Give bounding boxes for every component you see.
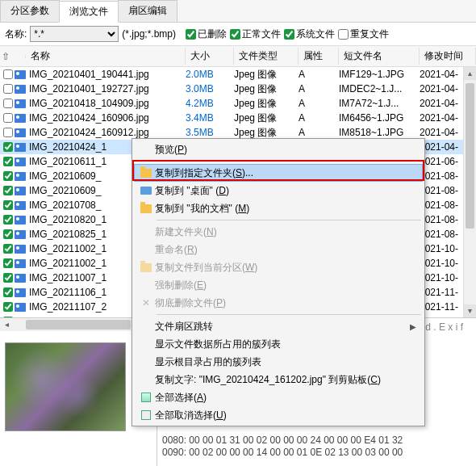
file-name: IMG_20210401_190441.jpg	[27, 69, 186, 80]
menu-copy-to-folder[interactable]: 复制到指定文件夹(S)...	[134, 164, 423, 182]
row-checkbox[interactable]	[3, 229, 13, 239]
col-size[interactable]: 大小	[186, 48, 234, 65]
file-attr: A	[299, 127, 339, 138]
row-checkbox[interactable]	[3, 258, 13, 268]
menu-rename: 重命名(R)	[134, 241, 423, 258]
row-checkbox[interactable]	[3, 99, 13, 108]
row-checkbox[interactable]	[3, 157, 13, 166]
filter-bar: 名称: *.* (*.jpg;*.bmp) 已删除 正常文件 系统文件 重复文件	[0, 23, 476, 46]
row-checkbox[interactable]	[3, 171, 13, 181]
row-checkbox[interactable]	[3, 302, 13, 312]
file-short-name: IM8518~1.JPG	[339, 127, 420, 138]
file-type: Jpeg 图像	[234, 82, 299, 96]
image-thumbnail[interactable]	[5, 342, 126, 431]
file-type: Jpeg 图像	[234, 68, 299, 82]
file-name: IMG_20210418_104909.jpg	[27, 98, 186, 109]
menu-preview[interactable]: 预览(P)	[134, 141, 423, 158]
tab-bar: 分区参数 浏览文件 扇区编辑	[0, 0, 476, 23]
ext-hint: (*.jpg;*.bmp)	[122, 28, 176, 40]
chk-repeated[interactable]: 重复文件	[338, 27, 389, 41]
chk-normal[interactable]: 正常文件	[230, 27, 281, 41]
file-icon	[15, 99, 26, 108]
table-row[interactable]: IMG_20210418_104909.jpg 4.2MB Jpeg 图像 A …	[0, 96, 476, 111]
menu-copy-text[interactable]: 复制文字: "IMG_20210424_161202.jpg" 到剪贴板(C)	[134, 371, 423, 388]
submenu-arrow-icon: ▶	[410, 322, 416, 331]
vertical-scrollbar[interactable]: ▴ ▾	[463, 67, 476, 317]
file-icon	[15, 230, 26, 239]
file-type: Jpeg 图像	[234, 97, 299, 111]
file-attr: A	[299, 112, 339, 124]
tab-sector-edit[interactable]: 扇区编辑	[118, 0, 177, 22]
row-checkbox[interactable]	[3, 142, 13, 152]
scroll-thumb[interactable]	[466, 83, 474, 229]
file-size: 2.0MB	[186, 69, 234, 80]
file-icon	[15, 157, 26, 166]
menu-root-cluster-list[interactable]: 显示根目录占用的簇列表	[134, 353, 423, 371]
menu-deselect-all[interactable]: 全部取消选择(U)	[134, 406, 423, 424]
documents-icon	[140, 204, 152, 213]
scroll-up-button[interactable]: ▴	[464, 67, 476, 80]
row-checkbox[interactable]	[3, 288, 13, 297]
file-icon	[15, 317, 26, 318]
row-checkbox[interactable]	[3, 84, 13, 94]
table-row[interactable]: IMG_20210424_160906.jpg 3.4MB Jpeg 图像 A …	[0, 111, 476, 125]
col-type[interactable]: 文件类型	[234, 48, 299, 65]
nav-up-icon[interactable]: ⇧	[0, 51, 11, 62]
chk-system[interactable]: 系统文件	[284, 27, 335, 41]
row-checkbox[interactable]	[3, 215, 13, 225]
menu-sector-jump[interactable]: 文件扇区跳转▶	[134, 317, 423, 335]
file-icon	[15, 172, 26, 181]
file-icon	[15, 187, 26, 195]
file-size: 4.2MB	[186, 98, 234, 109]
file-icon	[15, 245, 26, 254]
col-attr[interactable]: 属性	[299, 48, 339, 65]
row-checkbox[interactable]	[3, 244, 13, 254]
column-headers: ⇧ 名称 大小 文件类型 属性 短文件名 修改时间	[0, 46, 476, 67]
file-size: 3.5MB	[186, 127, 234, 138]
col-mtime[interactable]: 修改时间	[420, 48, 476, 65]
row-checkbox[interactable]	[3, 69, 13, 79]
row-checkbox[interactable]	[3, 273, 13, 283]
row-checkbox[interactable]	[3, 186, 13, 195]
scroll-down-button[interactable]: ▾	[464, 304, 476, 317]
file-attr: A	[299, 83, 339, 94]
deselect-all-icon	[141, 410, 151, 420]
col-short[interactable]: 短文件名	[339, 48, 420, 65]
row-checkbox[interactable]	[3, 128, 13, 137]
file-icon	[15, 303, 26, 312]
name-filter-select[interactable]: *.*	[30, 26, 119, 42]
file-icon	[15, 201, 26, 210]
name-filter-label: 名称:	[5, 27, 27, 41]
folder-icon	[140, 169, 152, 178]
file-icon	[15, 216, 26, 225]
col-name[interactable]: 名称	[26, 48, 186, 65]
file-size: 3.4MB	[186, 112, 234, 124]
file-type: Jpeg 图像	[234, 126, 299, 140]
menu-cluster-list[interactable]: 显示文件数据所占用的簇列表	[134, 335, 423, 353]
file-icon	[15, 288, 26, 297]
select-all-icon	[141, 393, 151, 402]
file-short-name: IMF129~1.JPG	[339, 69, 420, 80]
table-row[interactable]: IMG_20210401_190441.jpg 2.0MB Jpeg 图像 A …	[0, 67, 476, 82]
partition-icon	[140, 263, 152, 272]
menu-copy-to-desktop[interactable]: 复制到 "桌面" (D)	[134, 182, 423, 199]
chk-deleted[interactable]: 已删除	[186, 27, 227, 41]
file-name: IMG_20210424_160912.jpg	[27, 127, 186, 138]
file-icon	[15, 128, 26, 137]
menu-select-all[interactable]: 全部选择(A)	[134, 388, 423, 406]
menu-copy-to-documents[interactable]: 复制到 "我的文档" (M)	[134, 199, 423, 217]
file-type: Jpeg 图像	[234, 111, 299, 125]
file-short-name: IM7A72~1.J...	[339, 98, 420, 109]
file-name: IMG_20210424_160906.jpg	[27, 112, 186, 124]
file-icon	[15, 143, 26, 152]
row-checkbox[interactable]	[3, 317, 13, 317]
row-checkbox[interactable]	[3, 113, 13, 123]
file-name: IMG_20210401_192727.jpg	[27, 83, 186, 94]
row-checkbox[interactable]	[3, 200, 13, 210]
tab-partition-params[interactable]: 分区参数	[0, 0, 60, 22]
tab-browse-files[interactable]: 浏览文件	[59, 1, 119, 23]
file-attr: A	[299, 98, 339, 109]
table-row[interactable]: IMG_20210401_192727.jpg 3.0MB Jpeg 图像 A …	[0, 82, 476, 96]
menu-new-folder: 新建文件夹(N)	[134, 223, 423, 241]
file-icon	[15, 85, 26, 94]
